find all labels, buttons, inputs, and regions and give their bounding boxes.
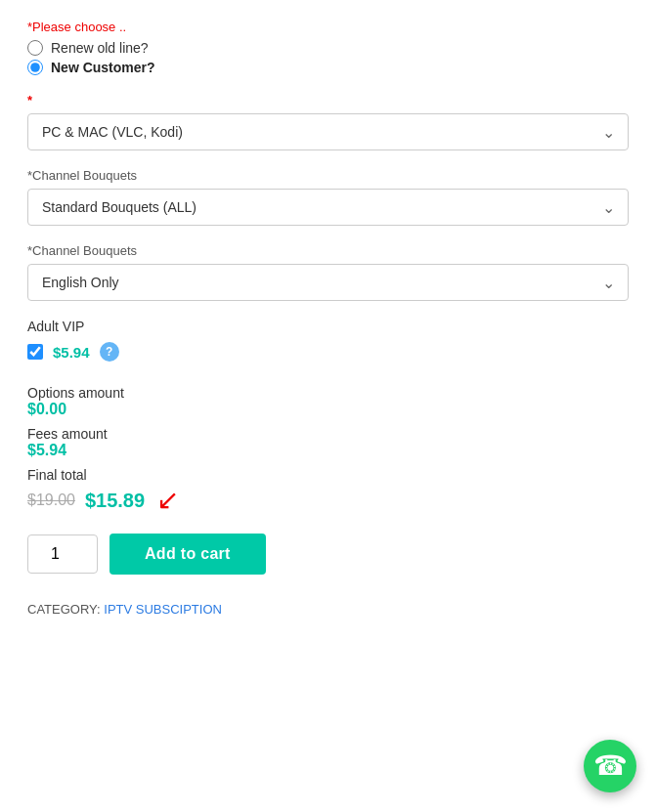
radio-group: Renew old line? New Customer? [27,40,629,75]
choose-label: *Please choose .. [27,20,629,34]
options-amount-value: $0.00 [27,401,629,418]
add-to-cart-button[interactable]: Add to cart [109,534,266,575]
radio-renew-label: Renew old line? [51,40,149,56]
fees-amount-value: $5.94 [27,442,629,459]
final-total-label: Final total [27,467,629,483]
adult-vip-price: $5.94 [53,344,90,361]
channel-bouquets-section-1: *Channel Bouquets Standard Bouquets (ALL… [27,168,629,226]
quantity-input[interactable] [27,534,98,574]
fees-amount-label: Fees amount [27,426,629,442]
channel-bouquets-label-1: *Channel Bouquets [27,168,629,183]
channel-bouquets-dropdown-wrapper-1: Standard Bouquets (ALL) English Only Spo… [27,189,629,226]
category-row: CATEGORY: IPTV SUBSCIPTION [27,602,629,617]
options-amount-label: Options amount [27,385,629,401]
device-select[interactable]: PC & MAC (VLC, Kodi) Android iOS Smart T… [27,113,629,150]
device-section: * PC & MAC (VLC, Kodi) Android iOS Smart… [27,93,629,150]
whatsapp-icon: ☎ [593,752,628,780]
radio-new-customer-input[interactable] [27,60,43,75]
options-amount-row: Options amount $0.00 [27,385,629,418]
fees-amount-row: Fees amount $5.94 [27,426,629,459]
help-icon[interactable]: ? [100,342,119,362]
final-total-row: Final total $19.00 $15.89 ↙ [27,467,629,514]
channel-bouquets-select-1[interactable]: Standard Bouquets (ALL) English Only Spo… [27,189,629,226]
choose-section: *Please choose .. Renew old line? New Cu… [27,20,629,75]
price-original: $19.00 [27,491,75,509]
device-label: * [27,93,629,107]
adult-vip-row: $5.94 ? [27,342,629,362]
price-discounted: $15.89 [85,490,145,512]
device-dropdown-wrapper: PC & MAC (VLC, Kodi) Android iOS Smart T… [27,113,629,150]
adult-vip-checkbox[interactable] [27,344,43,360]
whatsapp-fab[interactable]: ☎ [584,740,636,792]
radio-renew[interactable]: Renew old line? [27,40,629,56]
radio-new-customer[interactable]: New Customer? [27,60,629,75]
radio-renew-input[interactable] [27,40,43,56]
adult-vip-label: Adult VIP [27,319,629,334]
pricing-section: Options amount $0.00 Fees amount $5.94 F… [27,385,629,514]
add-to-cart-row: Add to cart [27,534,629,575]
channel-bouquets-section-2: *Channel Bouquets English Only Standard … [27,243,629,301]
category-label: CATEGORY: [27,602,101,617]
adult-vip-section: Adult VIP $5.94 ? [27,319,629,362]
category-link[interactable]: IPTV SUBSCIPTION [104,602,222,617]
channel-bouquets-select-2[interactable]: English Only Standard Bouquets (ALL) Spo… [27,264,629,301]
radio-new-customer-label: New Customer? [51,60,155,75]
channel-bouquets-label-2: *Channel Bouquets [27,243,629,258]
channel-bouquets-dropdown-wrapper-2: English Only Standard Bouquets (ALL) Spo… [27,264,629,301]
arrow-indicator: ↙ [156,487,179,514]
